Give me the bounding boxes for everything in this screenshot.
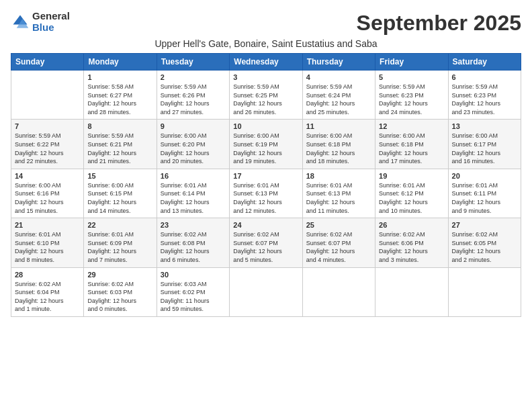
day-info: Sunrise: 6:01 AM Sunset: 6:11 PM Dayligh… — [452, 181, 517, 215]
calendar-cell: 17Sunrise: 6:01 AM Sunset: 6:13 PM Dayli… — [230, 169, 302, 218]
calendar: SundayMondayTuesdayWednesdayThursdayFrid… — [11, 53, 521, 317]
day-number: 1 — [87, 73, 152, 81]
day-info: Sunrise: 5:59 AM Sunset: 6:26 PM Dayligh… — [161, 83, 226, 116]
day-number: 22 — [87, 221, 152, 229]
calendar-cell: 18Sunrise: 6:01 AM Sunset: 6:13 PM Dayli… — [302, 169, 375, 218]
day-info: Sunrise: 5:59 AM Sunset: 6:24 PM Dayligh… — [306, 83, 371, 116]
calendar-cell: 10Sunrise: 6:00 AM Sunset: 6:19 PM Dayli… — [230, 120, 302, 169]
calendar-cell: 23Sunrise: 6:02 AM Sunset: 6:08 PM Dayli… — [157, 218, 229, 267]
calendar-cell: 24Sunrise: 6:02 AM Sunset: 6:07 PM Dayli… — [230, 218, 302, 267]
day-info: Sunrise: 5:59 AM Sunset: 6:22 PM Dayligh… — [15, 132, 80, 165]
day-info: Sunrise: 6:01 AM Sunset: 6:09 PM Dayligh… — [87, 230, 152, 264]
calendar-cell: 1Sunrise: 5:58 AM Sunset: 6:27 PM Daylig… — [84, 71, 157, 120]
calendar-cell: 21Sunrise: 6:01 AM Sunset: 6:10 PM Dayli… — [11, 218, 84, 267]
day-info: Sunrise: 6:02 AM Sunset: 6:08 PM Dayligh… — [161, 230, 226, 264]
logo-icon — [11, 13, 30, 32]
day-info: Sunrise: 5:59 AM Sunset: 6:23 PM Dayligh… — [452, 83, 517, 116]
calendar-cell: 29Sunrise: 6:02 AM Sunset: 6:03 PM Dayli… — [84, 267, 157, 316]
calendar-cell: 15Sunrise: 6:00 AM Sunset: 6:15 PM Dayli… — [84, 169, 157, 218]
day-info: Sunrise: 6:00 AM Sunset: 6:15 PM Dayligh… — [87, 181, 152, 215]
logo-general: General — [32, 11, 70, 22]
calendar-cell: 28Sunrise: 6:02 AM Sunset: 6:04 PM Dayli… — [11, 267, 84, 316]
calendar-cell: 9Sunrise: 6:00 AM Sunset: 6:20 PM Daylig… — [157, 120, 229, 169]
weekday-header: Friday — [375, 54, 448, 71]
day-number: 17 — [233, 172, 298, 180]
day-number: 30 — [161, 271, 226, 279]
calendar-cell: 16Sunrise: 6:01 AM Sunset: 6:14 PM Dayli… — [157, 169, 229, 218]
calendar-cell: 3Sunrise: 5:59 AM Sunset: 6:25 PM Daylig… — [230, 71, 302, 120]
day-info: Sunrise: 5:59 AM Sunset: 6:21 PM Dayligh… — [87, 132, 152, 165]
weekday-header: Wednesday — [230, 54, 302, 71]
logo-blue: Blue — [32, 22, 70, 34]
logo-text: General Blue — [32, 11, 70, 33]
day-number: 5 — [379, 73, 444, 81]
day-info: Sunrise: 6:03 AM Sunset: 6:02 PM Dayligh… — [161, 280, 226, 314]
calendar-week-row: 21Sunrise: 6:01 AM Sunset: 6:10 PM Dayli… — [11, 218, 521, 267]
calendar-cell: 19Sunrise: 6:01 AM Sunset: 6:12 PM Dayli… — [375, 169, 448, 218]
day-number: 14 — [15, 172, 80, 180]
weekday-header: Saturday — [448, 54, 521, 71]
calendar-cell — [448, 267, 521, 316]
day-number: 7 — [15, 122, 80, 130]
month-title: September 2025 — [357, 11, 521, 36]
day-info: Sunrise: 6:02 AM Sunset: 6:07 PM Dayligh… — [306, 230, 371, 264]
calendar-cell: 11Sunrise: 6:00 AM Sunset: 6:18 PM Dayli… — [302, 120, 375, 169]
day-info: Sunrise: 6:00 AM Sunset: 6:16 PM Dayligh… — [15, 181, 80, 215]
page-header: General Blue September 2025 — [11, 11, 521, 36]
day-info: Sunrise: 6:02 AM Sunset: 6:03 PM Dayligh… — [87, 280, 152, 314]
day-info: Sunrise: 6:01 AM Sunset: 6:13 PM Dayligh… — [306, 181, 371, 215]
calendar-cell — [302, 267, 375, 316]
calendar-week-row: 1Sunrise: 5:58 AM Sunset: 6:27 PM Daylig… — [11, 71, 521, 120]
day-number: 20 — [452, 172, 517, 180]
calendar-cell: 13Sunrise: 6:00 AM Sunset: 6:17 PM Dayli… — [448, 120, 521, 169]
day-info: Sunrise: 5:59 AM Sunset: 6:23 PM Dayligh… — [379, 83, 444, 116]
day-info: Sunrise: 6:00 AM Sunset: 6:19 PM Dayligh… — [233, 132, 298, 165]
day-number: 9 — [161, 122, 226, 130]
weekday-header-row: SundayMondayTuesdayWednesdayThursdayFrid… — [11, 54, 521, 71]
weekday-header: Monday — [84, 54, 157, 71]
weekday-header: Thursday — [302, 54, 375, 71]
calendar-cell: 4Sunrise: 5:59 AM Sunset: 6:24 PM Daylig… — [302, 71, 375, 120]
calendar-cell: 5Sunrise: 5:59 AM Sunset: 6:23 PM Daylig… — [375, 71, 448, 120]
day-info: Sunrise: 6:00 AM Sunset: 6:18 PM Dayligh… — [306, 132, 371, 165]
day-info: Sunrise: 6:02 AM Sunset: 6:07 PM Dayligh… — [233, 230, 298, 264]
weekday-header: Tuesday — [157, 54, 229, 71]
calendar-cell: 12Sunrise: 6:00 AM Sunset: 6:18 PM Dayli… — [375, 120, 448, 169]
day-number: 12 — [379, 122, 444, 130]
day-info: Sunrise: 6:01 AM Sunset: 6:13 PM Dayligh… — [233, 181, 298, 215]
calendar-cell: 30Sunrise: 6:03 AM Sunset: 6:02 PM Dayli… — [157, 267, 229, 316]
day-number: 13 — [452, 122, 517, 130]
calendar-week-row: 7Sunrise: 5:59 AM Sunset: 6:22 PM Daylig… — [11, 120, 521, 169]
day-info: Sunrise: 6:00 AM Sunset: 6:17 PM Dayligh… — [452, 132, 517, 165]
day-number: 23 — [161, 221, 226, 229]
day-number: 28 — [15, 271, 80, 279]
calendar-week-row: 14Sunrise: 6:00 AM Sunset: 6:16 PM Dayli… — [11, 169, 521, 218]
day-number: 24 — [233, 221, 298, 229]
calendar-cell: 25Sunrise: 6:02 AM Sunset: 6:07 PM Dayli… — [302, 218, 375, 267]
calendar-cell: 26Sunrise: 6:02 AM Sunset: 6:06 PM Dayli… — [375, 218, 448, 267]
day-number: 25 — [306, 221, 371, 229]
day-info: Sunrise: 5:58 AM Sunset: 6:27 PM Dayligh… — [87, 83, 152, 116]
calendar-cell — [375, 267, 448, 316]
day-number: 18 — [306, 172, 371, 180]
calendar-cell: 7Sunrise: 5:59 AM Sunset: 6:22 PM Daylig… — [11, 120, 84, 169]
day-info: Sunrise: 6:02 AM Sunset: 6:04 PM Dayligh… — [15, 280, 80, 314]
day-info: Sunrise: 6:02 AM Sunset: 6:06 PM Dayligh… — [379, 230, 444, 264]
day-info: Sunrise: 6:01 AM Sunset: 6:12 PM Dayligh… — [379, 181, 444, 215]
day-number: 3 — [233, 73, 298, 81]
day-number: 16 — [161, 172, 226, 180]
title-block: September 2025 — [357, 11, 521, 36]
day-number: 4 — [306, 73, 371, 81]
calendar-cell: 8Sunrise: 5:59 AM Sunset: 6:21 PM Daylig… — [84, 120, 157, 169]
calendar-cell: 2Sunrise: 5:59 AM Sunset: 6:26 PM Daylig… — [157, 71, 229, 120]
day-number: 19 — [379, 172, 444, 180]
calendar-cell: 27Sunrise: 6:02 AM Sunset: 6:05 PM Dayli… — [448, 218, 521, 267]
day-number: 2 — [161, 73, 226, 81]
day-info: Sunrise: 6:01 AM Sunset: 6:14 PM Dayligh… — [161, 181, 226, 215]
calendar-cell: 6Sunrise: 5:59 AM Sunset: 6:23 PM Daylig… — [448, 71, 521, 120]
weekday-header: Sunday — [11, 54, 84, 71]
calendar-cell: 20Sunrise: 6:01 AM Sunset: 6:11 PM Dayli… — [448, 169, 521, 218]
day-number: 21 — [15, 221, 80, 229]
day-number: 6 — [452, 73, 517, 81]
day-info: Sunrise: 6:00 AM Sunset: 6:18 PM Dayligh… — [379, 132, 444, 165]
